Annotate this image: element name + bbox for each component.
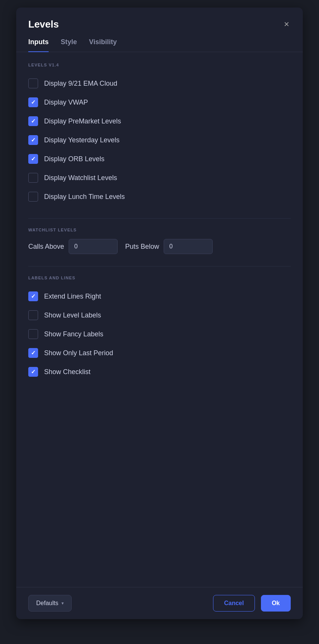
display-watchlist-label: Display Watchlist Levels (44, 174, 117, 182)
extend-lines-label: Extend Lines Right (44, 293, 101, 300)
list-item: ✓ Show Only Last Period (28, 344, 291, 362)
levels-v14-label: LEVELS V1.4 (28, 63, 291, 67)
section-divider-2 (28, 266, 291, 267)
tab-visibility[interactable]: Visibility (89, 38, 117, 52)
puts-below-group: Puts Below (125, 239, 213, 254)
defaults-label: Defaults (36, 600, 58, 607)
labels-and-lines-group: ✓ Extend Lines Right Show Level Labels S… (28, 287, 291, 381)
list-item: ✓ Show Checklist (28, 362, 291, 381)
levels-v14-group: Display 9/21 EMA Cloud ✓ Display VWAP ✓ … (28, 74, 291, 206)
display-vwap-label: Display VWAP (44, 99, 88, 106)
watchlist-levels-label: WATCHLIST LEVELS (28, 228, 291, 232)
display-ema-label: Display 9/21 EMA Cloud (44, 80, 117, 88)
calls-above-group: Calls Above (28, 239, 118, 254)
checkmark-icon: ✓ (31, 137, 36, 143)
footer-left: Defaults ▾ (28, 595, 72, 612)
show-checklist-label: Show Checklist (44, 368, 90, 376)
tabs-bar: Inputs Style Visibility (16, 30, 303, 52)
cancel-button[interactable]: Cancel (213, 595, 255, 612)
list-item: Display Lunch Time Levels (28, 187, 291, 206)
display-ema-checkbox[interactable] (28, 79, 38, 88)
watchlist-inputs-group: Calls Above Puts Below (28, 239, 291, 254)
checkmark-icon: ✓ (31, 99, 36, 106)
labels-and-lines-label: LABELS AND LINES (28, 276, 291, 280)
show-fancy-labels-label: Show Fancy Labels (44, 330, 103, 338)
display-watchlist-checkbox[interactable] (28, 173, 38, 183)
display-lunchtime-checkbox[interactable] (28, 192, 38, 202)
puts-below-label: Puts Below (125, 243, 159, 251)
display-vwap-checkbox[interactable]: ✓ (28, 97, 38, 107)
checkmark-icon: ✓ (31, 293, 36, 300)
display-orb-checkbox[interactable]: ✓ (28, 154, 38, 164)
show-level-labels-label: Show Level Labels (44, 311, 101, 319)
dialog-header: Levels × (16, 8, 303, 30)
show-level-labels-checkbox[interactable] (28, 310, 38, 320)
defaults-button[interactable]: Defaults ▾ (28, 595, 72, 612)
tab-style[interactable]: Style (61, 38, 77, 52)
chevron-down-icon: ▾ (61, 601, 64, 606)
calls-above-label: Calls Above (28, 243, 64, 251)
list-item: ✓ Extend Lines Right (28, 287, 291, 306)
checkmark-icon: ✓ (31, 350, 36, 356)
checkmark-icon: ✓ (31, 368, 36, 375)
list-item: Show Level Labels (28, 306, 291, 325)
puts-below-input[interactable] (164, 239, 213, 254)
dialog-footer: Defaults ▾ Cancel Ok (16, 587, 303, 619)
display-premarket-checkbox[interactable]: ✓ (28, 116, 38, 126)
dialog-content: LEVELS V1.4 Display 9/21 EMA Cloud ✓ Dis… (16, 52, 303, 587)
display-yesterday-checkbox[interactable]: ✓ (28, 135, 38, 145)
checkmark-icon: ✓ (31, 118, 36, 125)
list-item: ✓ Display VWAP (28, 93, 291, 112)
display-orb-label: Display ORB Levels (44, 155, 104, 163)
list-item: ✓ Display Yesterday Levels (28, 131, 291, 149)
show-only-last-label: Show Only Last Period (44, 349, 113, 357)
show-fancy-labels-checkbox[interactable] (28, 329, 38, 339)
list-item: Show Fancy Labels (28, 325, 291, 344)
dialog-title: Levels (28, 18, 59, 30)
tab-inputs[interactable]: Inputs (28, 38, 49, 52)
checkmark-icon: ✓ (31, 156, 36, 162)
levels-dialog: Levels × Inputs Style Visibility LEVELS … (16, 8, 303, 619)
calls-above-input[interactable] (69, 239, 118, 254)
list-item: ✓ Display ORB Levels (28, 149, 291, 168)
display-yesterday-label: Display Yesterday Levels (44, 136, 120, 144)
list-item: Display Watchlist Levels (28, 168, 291, 187)
show-only-last-checkbox[interactable]: ✓ (28, 348, 38, 358)
close-button[interactable]: × (282, 18, 291, 30)
display-lunchtime-label: Display Lunch Time Levels (44, 193, 125, 201)
list-item: Display 9/21 EMA Cloud (28, 74, 291, 93)
display-premarket-label: Display PreMarket Levels (44, 117, 121, 125)
extend-lines-checkbox[interactable]: ✓ (28, 291, 38, 301)
ok-button[interactable]: Ok (261, 595, 291, 612)
list-item: ✓ Display PreMarket Levels (28, 112, 291, 131)
show-checklist-checkbox[interactable]: ✓ (28, 367, 38, 377)
section-divider (28, 218, 291, 219)
